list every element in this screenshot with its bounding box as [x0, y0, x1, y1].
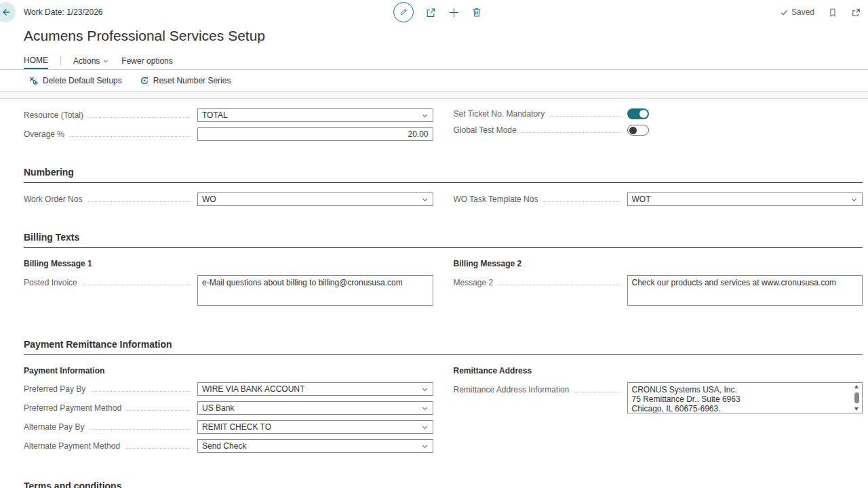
pencil-icon	[399, 7, 408, 17]
posted-invoice-message-textarea[interactable]: e-Mail questions about billing to billin…	[197, 275, 433, 306]
section-rule	[24, 182, 863, 183]
field-remittance-address-information: Remittance Address Information CRONUS Sy…	[454, 382, 863, 413]
scrollbar[interactable]	[852, 384, 861, 412]
overage-input[interactable]	[202, 129, 429, 139]
top-right-group: Saved	[781, 0, 861, 24]
field-label: Remittance Address Information	[454, 385, 627, 394]
menu-tab-strip: HOME Actions Fewer options	[0, 52, 868, 70]
saved-label: Saved	[791, 7, 814, 17]
open-in-new-window-button[interactable]	[851, 7, 861, 18]
global-test-mode-toggle[interactable]	[627, 125, 649, 136]
field-label: Preferred Pay By	[24, 384, 197, 394]
field-label: Alternate Payment Method	[24, 441, 197, 451]
form-content: Resource (Total) TOTAL Overage % Set T	[0, 99, 868, 488]
field-overage: Overage %	[24, 127, 433, 141]
field-label: Resource (Total)	[24, 110, 197, 120]
chevron-down-icon	[421, 443, 429, 450]
bookmark-button[interactable]	[828, 7, 837, 18]
wo-task-template-nos-select[interactable]: WOT	[627, 192, 863, 206]
action-ribbon: Delete Default Setups Reset Number Serie…	[0, 70, 868, 92]
chevron-down-icon	[421, 386, 429, 393]
share-button[interactable]	[425, 7, 437, 18]
trash-icon	[471, 7, 482, 18]
overage-input-box	[197, 127, 433, 141]
delete-button[interactable]	[471, 7, 482, 18]
new-button[interactable]	[448, 7, 460, 18]
field-wo-task-template-nos: WO Task Template Nos WOT	[454, 192, 863, 206]
page-title: Acumens Professional Services Setup	[24, 26, 868, 46]
back-arrow-icon	[0, 7, 11, 18]
delete-default-setups-button[interactable]: Delete Default Setups	[29, 76, 122, 85]
tab-divider	[60, 56, 61, 66]
alternate-pay-by-select[interactable]: REMIT CHECK TO	[197, 420, 433, 434]
field-preferred-pay-by: Preferred Pay By WIRE VIA BANK ACCOUNT	[24, 382, 433, 396]
group-title-payment-information: Payment Information	[24, 366, 433, 375]
section-heading-billing-texts: Billing Texts	[24, 232, 863, 243]
field-label: Work Order Nos	[24, 195, 197, 204]
plus-icon	[448, 7, 460, 18]
set-ticket-mandatory-toggle[interactable]	[627, 108, 649, 119]
section-payment-remittance: Payment Information Preferred Pay By WIR…	[24, 365, 863, 458]
scroll-up-icon[interactable]	[854, 385, 859, 388]
field-label: Global Test Mode	[454, 125, 627, 135]
section-heading-payment-remittance: Payment Remittance Information	[24, 339, 863, 350]
resource-total-select[interactable]: TOTAL	[197, 108, 433, 122]
popout-icon	[851, 7, 861, 18]
chevron-down-icon	[421, 424, 429, 431]
share-icon	[425, 7, 437, 18]
field-resource-total: Resource (Total) TOTAL	[24, 108, 433, 122]
delete-setups-icon	[29, 76, 39, 85]
section-numbering: Work Order Nos WO WO Task Template Nos W…	[24, 192, 863, 211]
save-status: Saved	[781, 7, 814, 17]
section-rule	[24, 354, 863, 355]
field-label: Alternate Pay By	[24, 422, 197, 432]
page-action-icons	[393, 0, 482, 24]
field-set-ticket-mandatory: Set Ticket No. Mandatory	[454, 108, 863, 119]
reset-number-series-button[interactable]: Reset Number Series	[140, 76, 231, 85]
bookmark-icon	[828, 7, 837, 18]
section-rule	[24, 247, 863, 248]
scroll-down-icon[interactable]	[854, 407, 859, 411]
ribbon-content-separator	[0, 92, 868, 99]
check-icon	[781, 9, 788, 16]
section-heading-numbering: Numbering	[24, 167, 863, 178]
group-title-remittance-address: Remittance Address	[454, 366, 863, 375]
field-global-test-mode: Global Test Mode	[454, 125, 863, 136]
chevron-down-icon	[850, 196, 858, 203]
tab-home[interactable]: HOME	[24, 52, 48, 69]
field-preferred-payment-method: Preferred Payment Method US Bank	[24, 401, 433, 415]
remittance-address-textarea[interactable]: CRONUS Systems USA, Inc. 75 Remittance D…	[627, 382, 863, 413]
group-title-billing-message-1: Billing Message 1	[24, 259, 433, 268]
tab-fewer-options[interactable]: Fewer options	[121, 52, 172, 69]
chevron-down-icon	[421, 112, 429, 119]
field-alternate-pay-by: Alternate Pay By REMIT CHECK TO	[24, 420, 433, 434]
chevron-down-icon	[421, 405, 429, 412]
preferred-payment-method-select[interactable]: US Bank	[197, 401, 433, 415]
chevron-down-icon	[102, 58, 109, 64]
chevron-down-icon	[421, 196, 429, 203]
field-work-order-nos: Work Order Nos WO	[24, 192, 433, 206]
field-message-2: Message 2 Check our products and service…	[454, 275, 863, 306]
section-billing-texts: Billing Message 1 Posted Invoice e-Mail …	[24, 258, 863, 311]
top-bar: Work Date: 1/23/2026	[0, 0, 868, 24]
tab-actions[interactable]: Actions	[73, 52, 109, 69]
work-date: Work Date: 1/23/2026	[24, 7, 103, 17]
field-posted-invoice-message: Posted Invoice e-Mail questions about bi…	[24, 275, 433, 306]
section-heading-terms: Terms and conditions	[24, 481, 863, 488]
back-button[interactable]	[0, 2, 16, 22]
alternate-payment-method-select[interactable]: Send Check	[197, 439, 433, 453]
message-2-textarea[interactable]: Check our products and services at www.c…	[627, 275, 863, 306]
field-alternate-payment-method: Alternate Payment Method Send Check	[24, 439, 433, 453]
field-label: Set Ticket No. Mandatory	[454, 109, 627, 119]
edit-button[interactable]	[393, 2, 414, 22]
group-title-billing-message-2: Billing Message 2	[454, 259, 863, 268]
field-label: Preferred Payment Method	[24, 403, 197, 413]
section-general: Resource (Total) TOTAL Overage % Set T	[24, 108, 863, 146]
preferred-pay-by-select[interactable]: WIRE VIA BANK ACCOUNT	[197, 382, 433, 396]
scroll-thumb[interactable]	[854, 392, 859, 403]
reset-icon	[140, 76, 149, 85]
field-label: WO Task Template Nos	[454, 195, 627, 204]
work-order-nos-select[interactable]: WO	[197, 192, 433, 206]
field-label: Message 2	[454, 278, 627, 287]
field-label: Overage %	[24, 129, 197, 139]
